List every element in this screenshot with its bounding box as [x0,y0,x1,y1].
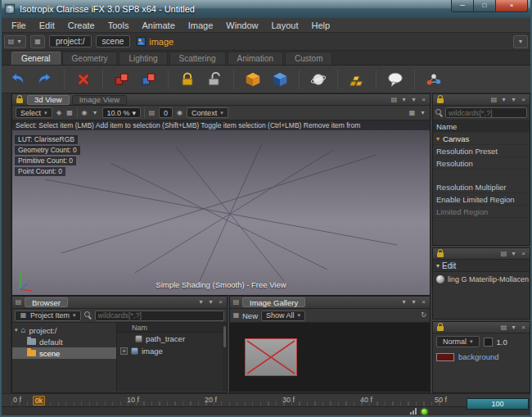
menu-edit[interactable]: Edit [33,20,61,30]
panel-split-icon[interactable]: ▾ [510,97,517,103]
node-graph-button[interactable] [424,70,444,89]
menu-animate[interactable]: Animate [135,20,181,30]
panel-close-icon[interactable]: × [520,324,527,331]
panel-close-icon[interactable]: × [217,299,224,306]
lock-button[interactable] [178,70,197,89]
item-filter-dropdown[interactable]: ▦Project Item▾ [15,310,81,321]
panel-close-icon[interactable]: × [520,97,527,103]
panel-menu-icon[interactable]: ▾ [500,97,507,103]
menu-image[interactable]: Image [182,20,220,30]
context-dropdown[interactable]: Context▾ [187,107,228,118]
dock-icon[interactable]: ▤ [15,299,22,306]
tab-custom[interactable]: Custom [285,52,332,65]
browser-search-input[interactable] [95,310,224,321]
new-image-button[interactable]: ▦New [232,311,258,320]
tab-lighting[interactable]: Lighting [119,52,167,65]
tab-image-gallery[interactable]: Image Gallery [242,297,305,307]
menu-file[interactable]: File [5,20,33,30]
tree-item-default[interactable]: default [12,336,116,347]
tab-image-view[interactable]: Image View [72,95,127,105]
delete-button[interactable] [74,70,93,89]
blend-mode-dropdown[interactable]: Normal▾ [436,336,480,347]
redo-button[interactable] [35,70,55,89]
panel-layout-icon[interactable]: ▤ [500,324,507,331]
panel-lock-icon[interactable] [437,326,444,331]
panel-lock-icon[interactable] [437,98,444,103]
eye-icon[interactable]: ◉ [176,110,183,116]
attribute-search-input[interactable] [445,107,527,118]
attr-row-resolution-multiplier[interactable]: Resolution Multiplier [433,181,530,193]
refresh-icon[interactable]: ↻ [420,312,427,319]
color-swatch[interactable] [436,353,454,361]
tab-3d-view[interactable]: 3d View [27,95,70,105]
panel-menu-icon[interactable]: ▾ [197,299,205,306]
attr-row-limited-region[interactable]: Limited Region [433,206,530,218]
panel-menu-icon[interactable]: ▾ [400,299,408,306]
localize-button[interactable] [139,70,159,89]
image-thumbnail[interactable] [245,338,297,376]
panel-lock-icon[interactable] [437,252,444,257]
background-map-link[interactable]: background [458,352,499,361]
blue-cube-button[interactable] [270,70,290,89]
path-menu-button[interactable]: ▾ [513,35,528,48]
expand-icon[interactable]: ▾ [15,327,18,333]
opacity-value[interactable]: 1.0 [497,338,507,347]
breadcrumb-scene[interactable]: scene [96,35,131,48]
panel-split-icon[interactable]: ▾ [410,97,417,103]
panel-menu-icon[interactable]: ▾ [510,251,517,257]
pointer-tool-icon[interactable]: ◈ [56,110,63,116]
breadcrumb-current[interactable]: image [137,37,174,47]
tree-item-project-root[interactable]: ▾ ⌂ project:/ [12,324,116,336]
breadcrumb-project[interactable]: project:/ [49,35,92,48]
sphere-button[interactable] [309,70,328,89]
attr-row-resolution[interactable]: Resolution [433,157,530,170]
film-icon[interactable]: ▤ [148,110,156,116]
instantiate-button[interactable] [112,70,132,89]
viewport-canvas[interactable]: Select: Select item (LMB) Add item to se… [12,120,430,295]
show-filter-dropdown[interactable]: Show All▾ [261,310,305,321]
panel-lock-icon[interactable] [16,98,23,103]
list-item-path-tracer[interactable]: path_tracer [117,333,227,345]
panel-close-icon[interactable]: × [420,299,427,306]
panel-layout-icon[interactable]: ▤ [500,251,507,257]
tab-browser[interactable]: Browser [25,297,68,307]
menu-window[interactable]: Window [219,20,264,30]
list-column-header[interactable]: Nam [117,323,227,333]
close-button[interactable]: × [495,0,528,12]
panel-split-icon[interactable]: ▾ [410,299,417,306]
maximize-button[interactable]: □ [474,0,495,12]
camera-icon[interactable]: ◉ [81,110,88,116]
unlock-button[interactable] [205,70,224,89]
tab-scattering[interactable]: Scattering [169,52,226,65]
tab-general[interactable]: General [11,52,61,65]
canvas-group-row[interactable]: ▾Canvas [433,133,530,145]
tab-geometry[interactable]: Geometry [62,52,118,65]
edit-section-row[interactable]: ▾Edit [433,260,530,272]
camera-dropdown-icon[interactable]: ▾ [92,110,99,116]
list-item-image[interactable]: + image [117,345,227,357]
frame-field[interactable]: 0 [159,107,173,118]
bookmark-button[interactable]: ▦ [30,35,45,48]
display-options-icon[interactable]: ▾ [419,110,426,116]
menu-create[interactable]: Create [61,20,101,30]
attr-row-resolution-preset[interactable]: Resolution Preset [433,145,530,157]
panel-layout-icon[interactable]: ▤ [490,97,498,103]
attr-row-enable-limited-region[interactable]: Enable Limited Region [433,193,530,206]
zoom-field[interactable]: 10.0 %▾ [102,107,142,118]
timeline[interactable]: 0 f 0k 10 f 20 f 30 f 40 f 50 f [0,393,532,406]
list-scrollbar[interactable] [223,324,226,391]
shelf-button[interactable] [347,70,367,89]
comment-button[interactable] [385,70,405,89]
material-list-item[interactable]: ling G Materilip-Mollacen [433,272,530,286]
menu-tools[interactable]: Tools [101,20,136,30]
panel-close-icon[interactable]: × [520,251,527,257]
menu-layout[interactable]: Layout [264,20,304,30]
panel-menu-icon[interactable]: ▾ [510,324,517,331]
tab-animation[interactable]: Animation [228,52,283,65]
dock-icon[interactable]: ▤ [232,299,240,306]
background-map-row[interactable]: background [433,350,530,364]
playhead-marker[interactable]: 0k [33,396,45,406]
menu-help[interactable]: Help [305,20,337,30]
history-button[interactable]: ▤▾ [4,35,26,48]
snap-tool-icon[interactable]: ▦ [66,110,74,116]
